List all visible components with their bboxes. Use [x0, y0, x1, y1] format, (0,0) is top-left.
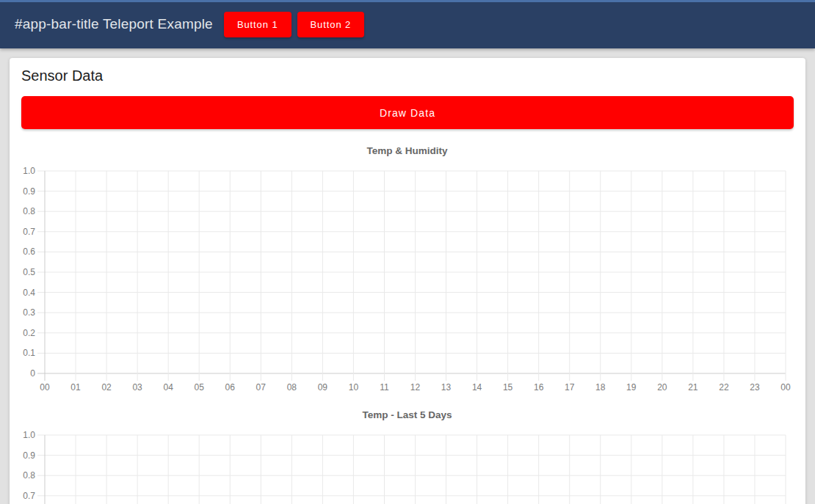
svg-text:00: 00 [780, 382, 791, 392]
chart-title: Temp - Last 5 Days [21, 405, 794, 426]
svg-text:19: 19 [626, 382, 637, 392]
svg-text:0.2: 0.2 [23, 328, 35, 338]
chart-title: Temp & Humidity [21, 141, 794, 161]
svg-text:21: 21 [688, 382, 698, 392]
svg-text:15: 15 [503, 382, 513, 392]
svg-text:16: 16 [534, 382, 544, 392]
svg-text:04: 04 [163, 382, 173, 392]
svg-text:08: 08 [287, 382, 297, 392]
svg-text:09: 09 [318, 382, 328, 392]
svg-text:18: 18 [595, 382, 606, 392]
svg-text:0.6: 0.6 [23, 246, 35, 257]
svg-text:0.1: 0.1 [23, 348, 35, 358]
svg-text:0.3: 0.3 [23, 307, 35, 318]
chart-temp-last-5-days: Temp - Last 5 Days 1.00.90.80.70.60.50.4… [21, 405, 794, 504]
app-bar: #app-bar-title Teleport Example Button 1… [0, 0, 815, 48]
svg-text:0.5: 0.5 [23, 267, 35, 277]
svg-text:0.8: 0.8 [23, 470, 35, 481]
button-2[interactable]: Button 2 [297, 12, 365, 37]
svg-text:0: 0 [30, 368, 35, 379]
svg-text:23: 23 [750, 382, 760, 392]
svg-text:03: 03 [132, 382, 142, 392]
draw-data-button[interactable]: Draw Data [21, 96, 794, 129]
svg-text:0.9: 0.9 [23, 450, 35, 461]
svg-text:0.4: 0.4 [23, 288, 35, 298]
svg-text:1.0: 1.0 [23, 430, 35, 440]
svg-text:13: 13 [441, 382, 452, 392]
svg-text:07: 07 [256, 382, 267, 392]
button-1[interactable]: Button 1 [224, 12, 291, 37]
svg-text:11: 11 [380, 382, 389, 392]
chart-canvas-temp-last-5-days: 1.00.90.80.70.60.50.40.30.20.10000102030… [21, 426, 794, 504]
svg-text:00: 00 [40, 382, 50, 392]
svg-text:12: 12 [410, 382, 421, 392]
svg-text:0.9: 0.9 [23, 186, 35, 197]
svg-text:01: 01 [70, 382, 81, 392]
svg-text:14: 14 [472, 382, 482, 392]
svg-text:1.0: 1.0 [23, 166, 35, 176]
svg-text:22: 22 [719, 382, 729, 392]
svg-text:20: 20 [657, 382, 667, 392]
chart-canvas-temp-humidity: 1.00.90.80.70.60.50.40.30.20.10000102030… [21, 161, 794, 396]
svg-text:0.7: 0.7 [23, 491, 35, 501]
svg-text:10: 10 [349, 382, 359, 392]
svg-text:0.8: 0.8 [23, 206, 35, 216]
app-bar-title: #app-bar-title Teleport Example [15, 16, 213, 32]
chart-temp-humidity: Temp & Humidity 1.00.90.80.70.60.50.40.3… [21, 141, 794, 396]
svg-text:06: 06 [225, 382, 236, 392]
card-title: Sensor Data [21, 67, 103, 84]
svg-text:05: 05 [195, 382, 205, 392]
svg-text:0.7: 0.7 [23, 227, 35, 237]
svg-text:02: 02 [101, 382, 112, 392]
svg-text:17: 17 [565, 382, 575, 392]
sensor-data-card: Sensor Data Draw Data Temp & Humidity 1.… [10, 58, 805, 504]
